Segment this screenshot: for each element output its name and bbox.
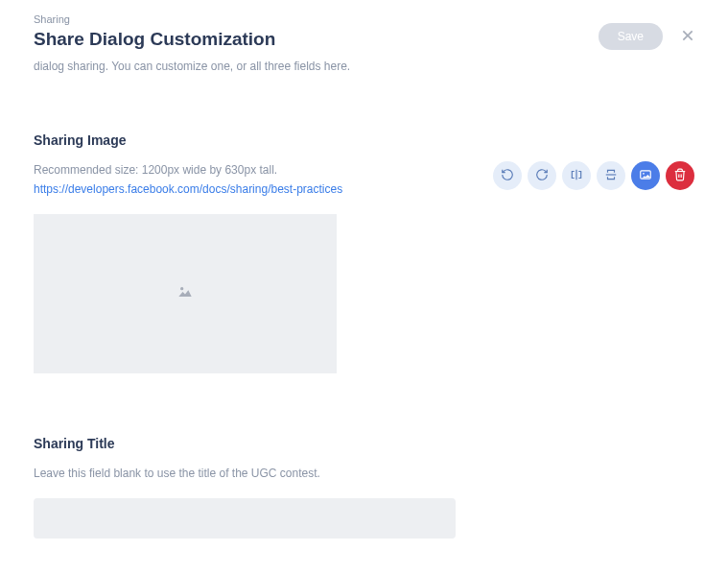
sharing-image-hint: Recommended size: 1200px wide by 630px t… — [34, 161, 342, 180]
image-section-row: Recommended size: 1200px wide by 630px t… — [34, 161, 694, 197]
intro-text: dialog sharing. You can customize one, o… — [34, 58, 694, 75]
flip-horizontal-icon — [570, 168, 583, 184]
close-button[interactable] — [676, 25, 699, 48]
sharing-title-input[interactable] — [34, 498, 456, 539]
svg-point-4 — [180, 287, 183, 290]
close-icon — [680, 24, 695, 49]
header-bar: Sharing Share Dialog Customization Save — [0, 0, 728, 58]
header-left: Sharing Share Dialog Customization — [34, 13, 275, 50]
image-placeholder-icon — [176, 282, 195, 305]
image-toolbar — [493, 161, 694, 190]
delete-button[interactable] — [666, 161, 694, 190]
page-title: Share Dialog Customization — [34, 29, 275, 50]
breadcrumb: Sharing — [34, 13, 275, 25]
flip-horizontal-button[interactable] — [562, 161, 591, 190]
sharing-title-hint: Leave this field blank to use the title … — [34, 465, 694, 483]
flip-vertical-icon — [604, 168, 618, 184]
redo-icon — [535, 168, 549, 184]
sharing-title-label: Sharing Title — [34, 436, 694, 451]
image-button[interactable] — [631, 161, 660, 190]
sharing-image-section: Sharing Image Recommended size: 1200px w… — [34, 132, 694, 373]
header-right: Save — [599, 23, 705, 50]
undo-button[interactable] — [493, 161, 522, 190]
image-upload-placeholder[interactable] — [34, 214, 337, 373]
undo-icon — [501, 168, 514, 184]
redo-button[interactable] — [528, 161, 556, 190]
sharing-image-title: Sharing Image — [34, 132, 694, 148]
image-icon — [639, 168, 652, 184]
image-hint-wrap: Recommended size: 1200px wide by 630px t… — [34, 161, 342, 197]
sharing-title-section: Sharing Title Leave this field blank to … — [34, 436, 694, 539]
content-area: dialog sharing. You can customize one, o… — [0, 58, 728, 575]
flip-vertical-button[interactable] — [597, 161, 625, 190]
trash-icon — [673, 168, 687, 184]
best-practices-link[interactable]: https://developers.facebook.com/docs/sha… — [34, 182, 342, 196]
save-button[interactable]: Save — [599, 23, 663, 50]
svg-point-3 — [643, 172, 645, 174]
